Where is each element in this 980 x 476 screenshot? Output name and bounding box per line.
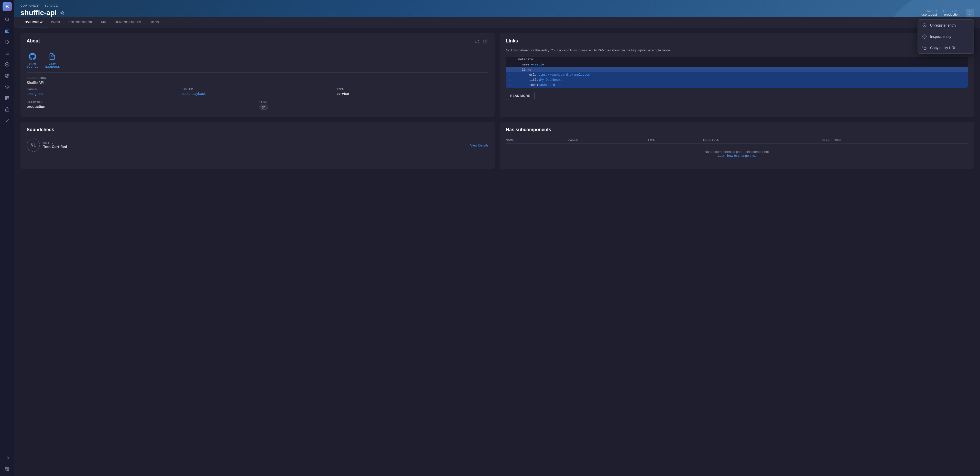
lifecycle-section-label: Lifecycle xyxy=(27,101,256,103)
subcomponents-empty: No subcomponent is part of this componen… xyxy=(506,144,968,164)
sidebar-item-search[interactable] xyxy=(2,14,12,25)
type-section: Type service xyxy=(336,88,488,99)
owner-value: user:guest xyxy=(921,13,937,16)
view-techdocs-link[interactable]: ViewTechdocs xyxy=(45,52,60,68)
inspect-icon xyxy=(922,34,927,39)
sidebar-settings[interactable] xyxy=(2,464,12,474)
more-options-button[interactable]: ⋮ xyxy=(966,9,974,17)
links-description: No links defined for this entity. You ca… xyxy=(506,48,968,53)
nl-badge: NL No Level Test Certified xyxy=(27,138,67,152)
edit-button[interactable] xyxy=(482,38,488,46)
github-icon xyxy=(28,52,37,61)
view-details-button[interactable]: View Details xyxy=(470,143,488,147)
col-description: Description xyxy=(822,136,968,144)
svg-point-22 xyxy=(6,468,8,470)
unregister-label: Unregister entity xyxy=(930,23,956,27)
content-area: About ViewSource xyxy=(14,28,980,476)
tab-overview[interactable]: Overview xyxy=(21,17,47,28)
description-value: Shuffle API xyxy=(27,81,488,85)
view-techdocs-label: ViewTechdocs xyxy=(45,63,60,68)
code-line-6: 6 icon: dashboard xyxy=(506,83,968,88)
owner-section-value[interactable]: user:guest xyxy=(27,92,178,95)
type-label: Type xyxy=(336,88,488,90)
type-value: service xyxy=(336,92,488,95)
header-meta: Owner user:guest Lifecycle production ⋮ xyxy=(921,9,974,17)
tab-docs[interactable]: Docs xyxy=(145,17,163,28)
sidebar-item-circle[interactable] xyxy=(2,59,12,70)
view-source-label: ViewSource xyxy=(27,63,38,68)
code-line-5: 5 title: My_Dashboard xyxy=(506,78,968,83)
tab-dependencies[interactable]: Dependencies xyxy=(111,17,145,28)
sidebar-item-home[interactable] xyxy=(2,25,12,36)
col-type: Type xyxy=(648,136,703,144)
read-more-button[interactable]: Read More xyxy=(506,92,535,100)
col-lifecycle: Lifecycle xyxy=(703,136,822,144)
sidebar-item-target[interactable] xyxy=(2,71,12,81)
dropdown-copy-url[interactable]: Copy entity URL xyxy=(918,42,974,54)
title-text: shuffle-api xyxy=(21,9,57,17)
view-source-link[interactable]: ViewSource xyxy=(27,52,38,68)
favorite-icon[interactable]: ☆ xyxy=(60,10,64,16)
inspect-label: Inspect entity xyxy=(930,35,951,39)
lifecycle-section-value: production xyxy=(27,105,256,109)
about-links-section: ViewSource ViewTechdocs xyxy=(27,52,488,73)
code-line-4: 4 - url: https://dashboard.example.com xyxy=(506,72,968,78)
empty-message: No subcomponent is part of this componen… xyxy=(506,150,968,154)
links-title: Links xyxy=(506,38,968,44)
tag-go[interactable]: go xyxy=(259,105,268,109)
col-owner: Owner xyxy=(568,136,648,144)
owner-meta: Owner user:guest xyxy=(921,10,937,16)
col-name: Name xyxy=(506,136,568,144)
tags-value: go xyxy=(259,105,489,109)
system-value[interactable]: audio-playback xyxy=(182,92,334,95)
unregister-icon xyxy=(922,23,927,28)
tab-api[interactable]: API xyxy=(97,17,111,28)
owner-section: Owner user:guest xyxy=(27,88,178,99)
page-title: shuffle-api ☆ xyxy=(21,9,64,17)
svg-point-9 xyxy=(5,63,9,67)
tab-soundcheck[interactable]: Soundcheck xyxy=(64,17,97,28)
about-details-grid: Owner user:guest System audio-playback T… xyxy=(27,88,488,99)
soundcheck-body: NL No Level Test Certified View Details xyxy=(27,136,488,154)
lifecycle-meta: Lifecycle production xyxy=(943,10,959,16)
links-card: Links No links defined for this entity. … xyxy=(500,33,974,117)
tags-section: Tags go xyxy=(259,101,489,112)
nl-circle: NL xyxy=(27,138,40,152)
about-title: About xyxy=(27,38,40,44)
svg-point-12 xyxy=(6,75,8,77)
code-line-2: 2 name: example xyxy=(506,62,968,67)
system-section: System audio-playback xyxy=(182,88,334,99)
about-lifecycle-grid: Lifecycle production Tags go xyxy=(27,101,488,112)
refresh-button[interactable] xyxy=(474,38,480,46)
svg-line-1 xyxy=(8,20,9,21)
sidebar-item-puzzle[interactable] xyxy=(2,37,12,47)
breadcrumb: Component — Service xyxy=(21,4,974,7)
dropdown-unregister[interactable]: Unregister entity xyxy=(918,20,974,31)
tab-cicd[interactable]: CI/CD xyxy=(47,17,64,28)
sidebar-item-list[interactable] xyxy=(2,48,12,58)
dropdown-inspect[interactable]: Inspect entity xyxy=(918,31,974,42)
sidebar: B xyxy=(0,0,14,476)
copy-icon xyxy=(922,45,927,50)
soundcheck-card: Soundcheck NL No Level Test Certified Vi… xyxy=(21,122,495,169)
sidebar-item-table[interactable] xyxy=(2,93,12,103)
learn-link[interactable]: Learn how to change this. xyxy=(718,154,756,157)
sidebar-item-chart[interactable] xyxy=(2,452,12,463)
svg-point-13 xyxy=(7,75,8,76)
svg-rect-14 xyxy=(5,96,9,100)
system-label: System xyxy=(182,88,334,90)
sidebar-item-graduation[interactable] xyxy=(2,82,12,92)
subcomponents-card: Has subcomponents Name Owner Type Lifecy… xyxy=(500,122,974,169)
sidebar-item-lock[interactable] xyxy=(2,104,12,114)
svg-point-28 xyxy=(924,36,925,37)
main-content: Component — Service shuffle-api ☆ Owner … xyxy=(14,0,980,476)
sidebar-item-check[interactable] xyxy=(2,116,12,126)
code-line-3: 3 links: xyxy=(506,67,968,72)
lifecycle-label: Lifecycle xyxy=(943,10,959,13)
owner-section-label: Owner xyxy=(27,88,178,90)
tab-bar: Overview CI/CD Soundcheck API Dependenci… xyxy=(14,17,980,28)
sidebar-logo[interactable]: B xyxy=(3,2,12,11)
copy-url-label: Copy entity URL xyxy=(930,46,956,50)
soundcheck-title: Soundcheck xyxy=(27,127,488,132)
about-card: About ViewSource xyxy=(21,33,495,117)
